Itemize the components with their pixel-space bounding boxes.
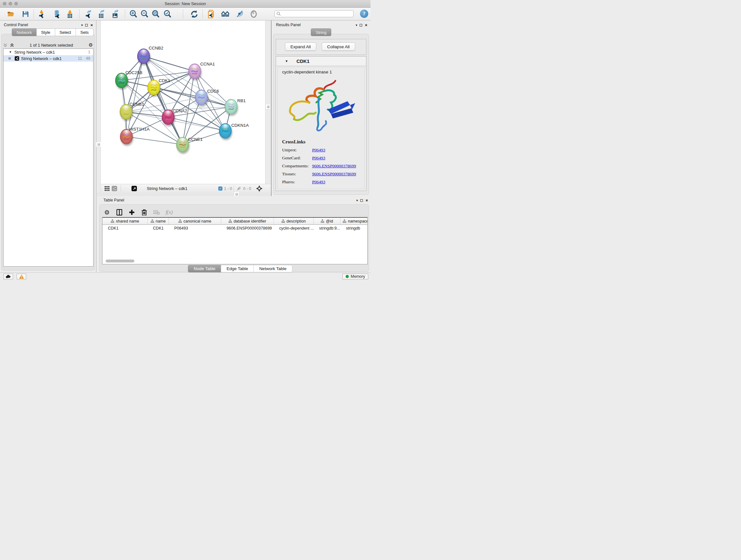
clear-table-icon[interactable] [153,208,160,216]
save-session-icon[interactable] [21,10,30,18]
function-builder-icon[interactable]: f(x) [165,208,173,216]
network-node-CDK1[interactable] [147,80,160,95]
table-row[interactable]: CDK1CDK1P064939606.ENSP00000378699cyclin… [103,225,367,232]
node-label-CCNB2: CCNB2 [149,46,163,51]
network-node-CDKN1A[interactable] [219,123,232,138]
network-node-CDC6[interactable] [195,90,208,105]
memory-button[interactable]: Memory [342,273,368,279]
crosslinks-title: CrossLinks [282,139,364,145]
status-bar: Memory [0,272,370,280]
column-header-id[interactable]: @id [314,218,340,225]
tab-node-table[interactable]: Node Table [188,265,221,272]
selected-checkbox-icon[interactable]: ✓ [218,186,222,191]
add-column-icon[interactable] [128,208,136,216]
warning-button[interactable] [17,273,26,279]
crosslink-link[interactable]: P06493 [312,147,325,152]
preview-eye-icon[interactable] [250,10,258,18]
panel-menu-icon[interactable]: ▾ [355,23,357,27]
search-input[interactable] [281,11,353,16]
zoom-fit-icon[interactable] [151,10,160,18]
zoom-out-icon[interactable] [140,10,149,18]
float-panel-icon[interactable] [360,24,362,26]
column-header-sharedname[interactable]: shared name [103,218,148,225]
table-header-row: shared namenamecanonical namedatabase id… [103,218,367,225]
network-canvas[interactable]: CCNB2CCNA1CDC25BCDK1CDC6RB1CCNB1CCNA2CDK… [101,20,265,184]
import-network-database-icon[interactable] [53,10,61,18]
crosslink-link[interactable]: P06493 [312,155,325,161]
network-node-RB1[interactable] [225,99,238,114]
table-cell: 9606.ENSP00000378699 [221,226,274,231]
entry-collapse-icon[interactable]: ▼ [285,59,288,63]
column-header-canonicalname[interactable]: canonical name [169,218,221,225]
expand-all-button[interactable]: Expand All [285,43,316,51]
export-table-icon[interactable] [97,10,105,18]
splitter-handle[interactable] [266,104,271,109]
network-list: ▼ String Network – cdk1 1 String Network… [3,49,93,266]
zoom-selected-icon[interactable] [163,10,172,18]
toolbar-separator [125,10,125,18]
close-panel-icon[interactable]: × [365,23,367,27]
column-header-namespace[interactable]: namespace [340,218,367,225]
results-panel-title: Results Panel [276,23,300,27]
delete-column-icon[interactable] [140,208,148,216]
toolbar-separator [233,185,234,192]
float-panel-icon[interactable] [360,199,363,202]
tab-string[interactable]: String [311,28,331,36]
column-header-name[interactable]: name [148,218,169,225]
export-network-icon[interactable] [84,10,92,18]
tab-network-table[interactable]: Network Table [253,265,292,272]
crosslink-link[interactable]: P06493 [312,179,325,185]
collapse-all-button[interactable]: Collapse All [322,43,355,51]
show-columns-icon[interactable] [116,208,123,216]
crosslink-link[interactable]: 9606.ENSP00000378699 [312,172,356,177]
column-header-databaseidentifier[interactable]: database identifier [221,218,274,225]
window-title: Session: New Session [0,1,370,6]
network-collection-row[interactable]: ▼ String Network – cdk1 1 [3,49,93,55]
open-session-icon[interactable] [7,10,15,18]
import-table-icon[interactable] [66,10,74,18]
horizontal-scrollbar-thumb[interactable] [106,260,134,262]
crosslink-link[interactable]: 9606.ENSP00000378699 [312,164,356,169]
collapse-all-icon[interactable] [3,43,7,47]
tab-select[interactable]: Select [55,28,76,36]
close-panel-icon[interactable]: × [90,23,93,27]
network-node-CDC25B[interactable] [115,73,128,88]
export-image-icon[interactable] [111,10,119,18]
column-header-description[interactable]: description [274,218,314,225]
tab-sets[interactable]: Sets [76,28,93,36]
network-node-CCNB2[interactable] [137,49,150,64]
right-splitter[interactable] [265,20,271,196]
import-network-file-icon[interactable] [37,10,46,18]
network-node-CCNA1[interactable] [188,64,201,79]
tab-network[interactable]: Network [12,28,37,36]
gear-icon[interactable]: ⚙ [89,42,93,48]
float-panel-icon[interactable] [85,24,88,26]
panel-menu-icon[interactable]: ▾ [356,199,358,202]
detach-view-icon[interactable] [131,184,137,193]
panel-menu-icon[interactable]: ▾ [81,23,83,27]
view-string-icon[interactable] [112,184,117,193]
close-panel-icon[interactable]: × [365,198,368,203]
show-hide-icon[interactable] [236,10,244,18]
home-icon[interactable] [221,10,229,18]
help-icon[interactable]: ? [360,10,368,18]
zoom-in-icon[interactable] [129,10,138,18]
open-in-string-icon[interactable] [207,10,216,18]
tree-expand-icon[interactable]: ▼ [9,51,12,54]
entry-header[interactable]: ▼ CDK1 [276,57,366,66]
tab-style[interactable]: Style [37,28,55,36]
hidden-eye-icon [236,186,242,191]
grid-view-icon[interactable] [105,184,110,193]
crosslink-label: Pharos: [282,179,312,185]
network-row[interactable]: String Network – cdk1 11 48 [3,55,93,62]
expand-all-icon[interactable] [10,43,14,47]
title-bar: Session: New Session [0,0,370,8]
cloud-button[interactable] [3,273,13,279]
splitter-handle[interactable] [96,142,101,147]
birdseye-toggle-icon[interactable] [256,184,262,193]
table-settings-gear-icon[interactable]: ⚙ [103,208,111,216]
left-splitter[interactable] [97,20,101,196]
tab-edge-table[interactable]: Edge Table [221,265,254,272]
refresh-icon[interactable] [190,10,199,18]
network-node-CCNE1[interactable] [176,137,189,152]
